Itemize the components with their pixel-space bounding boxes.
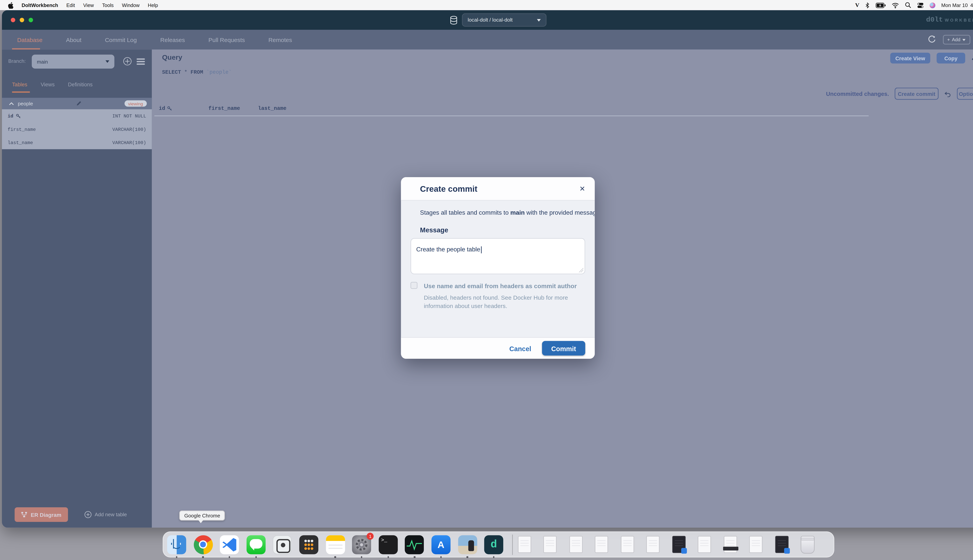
- create-view-button[interactable]: Create View: [890, 53, 930, 63]
- commit-message-value: Create the people table: [416, 246, 480, 253]
- window-title-badge: [723, 547, 738, 550]
- add-button[interactable]: +Add: [943, 35, 970, 45]
- branch-selector[interactable]: main: [32, 55, 114, 68]
- create-commit-button[interactable]: Create commit: [895, 88, 939, 100]
- viewing-badge: viewing: [124, 100, 147, 107]
- minimized-window[interactable]: [647, 536, 660, 553]
- query-title: Query: [162, 53, 182, 61]
- modal-description: Stages all tables and commits to main wi…: [420, 209, 585, 216]
- sidebar-tab-definitions[interactable]: Definitions: [68, 81, 93, 88]
- dock-vscode-icon[interactable]: [220, 535, 239, 554]
- menu-clock[interactable]: Mon Mar 104:41 PM: [941, 2, 973, 8]
- edit-table-icon[interactable]: [75, 100, 82, 107]
- primary-key-icon: [16, 113, 21, 118]
- dock-media-icon[interactable]: [458, 535, 477, 554]
- commit-message-textarea[interactable]: Create the people table: [410, 238, 585, 274]
- dock-app-store-icon[interactable]: A: [431, 535, 450, 554]
- minimized-window[interactable]: [724, 536, 737, 553]
- dock-calculator-icon[interactable]: [299, 535, 318, 554]
- wifi-icon[interactable]: [892, 2, 899, 8]
- message-label: Message: [420, 226, 585, 233]
- dock-system-settings-icon[interactable]: 1: [352, 535, 371, 554]
- trash-icon[interactable]: [801, 535, 815, 553]
- minimized-window[interactable]: [749, 536, 763, 553]
- dock-finder-icon[interactable]: [167, 535, 186, 554]
- apple-menu-icon[interactable]: [8, 2, 13, 8]
- dock-activity-monitor-icon[interactable]: [405, 535, 424, 554]
- minimized-window[interactable]: [543, 536, 557, 553]
- control-center-icon[interactable]: [917, 2, 924, 8]
- menu-item-tools[interactable]: Tools: [102, 2, 114, 8]
- menu-item-window[interactable]: Window: [122, 2, 140, 8]
- sidebar-tab-views[interactable]: Views: [41, 81, 55, 88]
- siri-icon[interactable]: [930, 2, 935, 8]
- create-commit-modal: Create commit ✕ Stages all tables and co…: [401, 177, 595, 359]
- zoom-window-button[interactable]: [28, 18, 33, 22]
- dock-tooltip: Google Chrome: [179, 510, 225, 520]
- discard-changes-icon[interactable]: [944, 90, 951, 97]
- bluetooth-icon[interactable]: [865, 2, 870, 8]
- dock-screenshot-icon[interactable]: [273, 535, 292, 554]
- minimized-window[interactable]: [620, 536, 634, 553]
- tab-releases[interactable]: Releases: [160, 37, 185, 43]
- minimized-window[interactable]: [698, 536, 711, 553]
- close-icon[interactable]: ✕: [579, 185, 585, 192]
- tab-pull-requests[interactable]: Pull Requests: [208, 37, 245, 43]
- vscode-badge-icon: [681, 548, 687, 553]
- menu-app-name[interactable]: DoltWorkbench: [22, 2, 58, 8]
- chevron-up-icon[interactable]: [9, 102, 14, 105]
- database-icon: [450, 15, 458, 25]
- resize-grip-icon[interactable]: [579, 268, 583, 272]
- column-row-first-name: first_name VARCHAR(100): [2, 122, 152, 136]
- battery-charging-icon[interactable]: [876, 2, 886, 8]
- new-branch-icon[interactable]: [123, 57, 131, 65]
- minimized-window[interactable]: [672, 536, 685, 553]
- spotlight-search-icon[interactable]: [905, 2, 911, 8]
- minimized-window[interactable]: [775, 536, 789, 553]
- tab-database[interactable]: Database: [17, 37, 42, 43]
- notification-badge: 1: [367, 532, 374, 539]
- options-button[interactable]: Options: [957, 88, 973, 100]
- minimized-window[interactable]: [518, 536, 531, 553]
- table-row-people[interactable]: people viewing: [2, 98, 152, 109]
- close-window-button[interactable]: [11, 18, 15, 22]
- tab-commit-log[interactable]: Commit Log: [105, 37, 137, 43]
- commit-button[interactable]: Commit: [542, 341, 585, 355]
- dolt-workbench-logo: d0lt WORKBENCH: [926, 16, 973, 23]
- database-selector-dropdown[interactable]: local-dolt / local-dolt: [462, 13, 547, 27]
- minimized-window[interactable]: [569, 536, 583, 553]
- menu-item-help[interactable]: Help: [148, 2, 158, 8]
- chevron-down-icon: [105, 60, 109, 63]
- sql-query-text: SELECT * FROM `people`: [162, 69, 232, 75]
- refresh-icon[interactable]: [928, 36, 936, 44]
- tab-remotes[interactable]: Remotes: [268, 37, 292, 43]
- cancel-button[interactable]: Cancel: [509, 344, 531, 352]
- minimized-window[interactable]: [595, 536, 609, 553]
- modal-header: Create commit ✕: [401, 177, 595, 201]
- dock-messages-icon[interactable]: [246, 535, 266, 554]
- dock: 1 >_ A d: [163, 532, 834, 557]
- minimize-window-button[interactable]: [20, 18, 24, 22]
- sidebar-tab-tables[interactable]: Tables: [12, 81, 27, 88]
- dock-dolt-icon[interactable]: d: [484, 535, 503, 554]
- menu-bar: DoltWorkbench Edit View Tools Window Hel…: [0, 0, 973, 10]
- tab-about[interactable]: About: [66, 37, 81, 43]
- copy-button[interactable]: Copy: [936, 53, 965, 63]
- er-diagram-button[interactable]: ER Diagram: [15, 507, 68, 522]
- menu-item-view[interactable]: View: [83, 2, 94, 8]
- collapse-chevron-up-icon[interactable]: [971, 56, 973, 60]
- add-new-table-button[interactable]: Add new table: [84, 511, 127, 518]
- use-headers-checkbox[interactable]: [410, 282, 418, 289]
- sidebar: Branch: main Tables Views Definitions: [2, 50, 152, 528]
- v-status-icon[interactable]: V: [855, 2, 859, 8]
- use-headers-label: Use name and email from headers as commi…: [424, 282, 577, 289]
- chevron-down-icon: [963, 39, 966, 41]
- dock-notes-icon[interactable]: [326, 535, 345, 554]
- dock-terminal-icon[interactable]: >_: [378, 535, 398, 554]
- modal-footer: Cancel Commit: [401, 337, 595, 359]
- branch-menu-icon[interactable]: [137, 58, 145, 66]
- menu-item-edit[interactable]: Edit: [66, 2, 75, 8]
- text-cursor: [481, 247, 481, 253]
- dock-google-chrome-icon[interactable]: [194, 535, 213, 554]
- screen: DoltWorkbench Edit View Tools Window Hel…: [0, 0, 973, 560]
